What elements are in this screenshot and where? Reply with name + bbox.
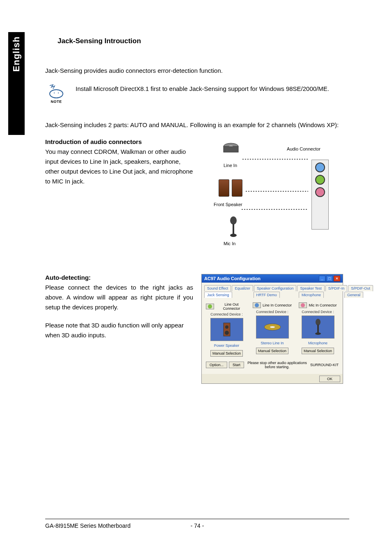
jack-line-in-label: Line In Connector: [263, 303, 292, 307]
start-button[interactable]: Start: [229, 362, 244, 368]
language-tab: English: [8, 32, 25, 135]
ac97-bottom-row: Option... Start Please stop other audio …: [204, 358, 340, 371]
jack-columns: Line Out Connector Connected Device : Po…: [204, 301, 340, 358]
intro-paragraph: Jack-Sensing provides audio connectors e…: [45, 66, 349, 76]
diagram-mic-in-label: Mic In: [224, 241, 235, 246]
device-power-speaker-icon: [210, 318, 243, 341]
manual-selection-button-0[interactable]: Manual Selection: [210, 350, 243, 357]
device-stereo-line-in-icon: [256, 316, 289, 339]
language-label: English: [11, 36, 22, 72]
footer-product: GA-8I915ME Series Motherboard: [45, 522, 185, 529]
svg-point-6: [230, 216, 237, 225]
arrow-mic: [242, 209, 308, 210]
jack-green-icon: [315, 175, 325, 185]
device-microphone-name: Microphone: [297, 341, 339, 345]
jack-blue-dot-icon: [255, 303, 259, 307]
connected-device-label-0: Connected Device :: [206, 312, 247, 316]
device-stereo-line-in-name: Stereo Line In: [251, 341, 293, 345]
disc-player-icon: [222, 142, 240, 155]
connected-device-label-2: Connected Device :: [297, 310, 339, 314]
tab-sound-effect[interactable]: Sound Effect: [204, 285, 231, 291]
auto-detect-body2: Please note that 3D audio function will …: [45, 320, 193, 340]
option-button[interactable]: Option...: [206, 362, 227, 368]
footer-divider: [45, 519, 349, 519]
svg-point-14: [316, 319, 321, 325]
svg-point-16: [315, 332, 321, 335]
intro-connectors-row: Introduction of audio connectors You may…: [45, 138, 349, 253]
auto-detect-body1: Please connect the devices to the right …: [45, 283, 193, 312]
tab-spdif-out[interactable]: S/PDIF-Out: [348, 285, 373, 291]
maximize-button[interactable]: □: [326, 276, 333, 281]
connected-device-label-1: Connected Device :: [251, 310, 293, 314]
ac97-title: AC97 Audio Configuration: [204, 276, 261, 281]
microphone-icon: [228, 216, 239, 238]
svg-rect-7: [233, 224, 234, 234]
jack-pink-icon: [315, 187, 325, 197]
auto-detect-heading: Auto-detecting:: [45, 274, 193, 281]
jack-green-dot-icon: [208, 304, 212, 309]
arrow-front-speaker: [246, 191, 308, 192]
tabs-row-bottom: Jack Sensing HRTF Demo Microphone Genera…: [204, 292, 364, 298]
ac97-titlebar: AC97 Audio Configuration _ □ ×: [202, 274, 343, 283]
tab-equalizer[interactable]: Equalizer: [232, 285, 253, 291]
tabs-area: Sound Effect Equalizer Speaker Configura…: [204, 285, 340, 299]
svg-point-8: [230, 234, 237, 237]
svg-rect-15: [317, 325, 319, 333]
footer-page-number: - 74 -: [185, 522, 210, 529]
auto-detect-row: Auto-detecting: Please connect the devic…: [45, 274, 349, 384]
jack-col-line-in: Line In Connector Connected Device : Ste…: [251, 302, 293, 357]
jack-panel: [311, 160, 329, 230]
bottom-message: Please stop other audio applications bef…: [246, 361, 309, 369]
jack-line-out-label: Line Out Connector: [216, 302, 247, 311]
minimize-button[interactable]: _: [319, 276, 325, 281]
section-title: Jack-Sensing Introuction: [58, 37, 349, 45]
note-block: NOTE Install Microsoft DirectX8.1 first …: [45, 84, 349, 104]
surround-kit-label: SURROUND-KIT: [310, 363, 339, 367]
svg-point-0: [50, 90, 63, 98]
jack-pink-dot-icon: [301, 303, 305, 307]
svg-rect-5: [224, 146, 238, 152]
close-button[interactable]: ×: [334, 276, 340, 281]
manual-selection-button-1[interactable]: Manual Selection: [256, 348, 288, 354]
jack-col-mic-in: Mic In Connector Connected Device : Micr…: [297, 302, 339, 357]
arrow-line-in: [242, 159, 308, 160]
jack-col-line-out: Line Out Connector Connected Device : Po…: [206, 302, 247, 357]
speakers-icon: [219, 179, 242, 197]
tabs-row-top: Sound Effect Equalizer Speaker Configura…: [204, 285, 340, 291]
parts-paragraph: Jack-Sensing includes 2 parts: AUTO and …: [45, 120, 349, 130]
device-microphone-icon: [302, 316, 334, 339]
svg-point-10: [225, 325, 228, 329]
intro-connectors-heading: Introduction of audio connectors: [45, 138, 193, 145]
page-content: Jack-Sensing Introuction Jack-Sensing pr…: [45, 37, 349, 384]
intro-connectors-body: You may connect CDROM, Walkman or other …: [45, 147, 193, 186]
jack-blue-icon: [315, 162, 325, 172]
diagram-front-speaker-label: Front Speaker: [214, 202, 242, 207]
manual-selection-button-2[interactable]: Manual Selection: [302, 348, 334, 354]
tab-speaker-config[interactable]: Speaker Configuration: [254, 285, 297, 291]
tab-general[interactable]: General: [344, 292, 363, 298]
note-icon-label: NOTE: [45, 100, 67, 104]
ok-button[interactable]: OK: [319, 376, 340, 382]
tab-spdif-in[interactable]: S/PDIF-In: [325, 285, 348, 291]
tab-speaker-test[interactable]: Speaker Test: [297, 285, 324, 291]
diagram-line-in-label: Line In: [224, 163, 237, 168]
diagram-audio-connector-label: Audio Connector: [287, 146, 321, 151]
tab-hrtf-demo[interactable]: HRTF Demo: [254, 292, 280, 298]
ac97-window: AC97 Audio Configuration _ □ × Sound Eff…: [201, 274, 343, 384]
tab-microphone[interactable]: Microphone: [299, 292, 324, 298]
note-text: Install Microsoft DirectX8.1 first to en…: [76, 84, 329, 104]
device-power-speaker-name: Power Speaker: [206, 343, 247, 348]
note-icon: NOTE: [45, 84, 67, 104]
svg-point-11: [225, 331, 229, 335]
connector-diagram: Audio Connector Line In Front Spe: [201, 138, 337, 253]
jack-mic-in-label: Mic In Connector: [309, 303, 337, 307]
page-footer: GA-8I915ME Series Motherboard - 74 -: [45, 522, 349, 529]
svg-point-13: [270, 326, 275, 328]
tab-jack-sensing[interactable]: Jack Sensing: [204, 292, 232, 298]
